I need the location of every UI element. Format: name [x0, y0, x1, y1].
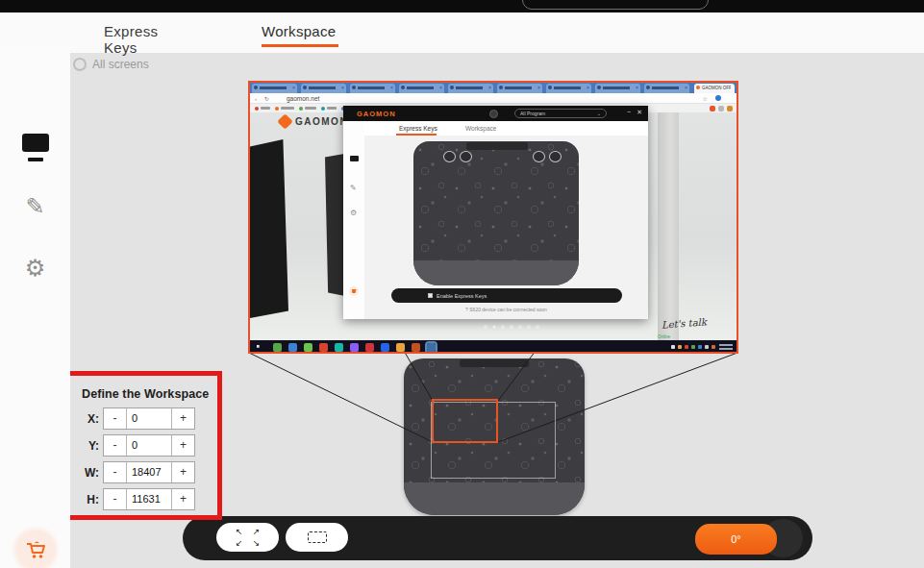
active-tab-underline	[262, 44, 338, 47]
driver-content: Enable Express Keys ? S620 device can be…	[364, 136, 648, 319]
express-key-button	[533, 151, 545, 162]
all-screens-option[interactable]: All screens	[73, 58, 149, 71]
driver-tab-bar: Express Keys Workspace	[364, 121, 648, 136]
h-minus-button[interactable]: -	[104, 489, 127, 509]
gear-icon[interactable]: ⚙	[0, 257, 70, 280]
cart-icon[interactable]	[12, 526, 60, 568]
browser-profile-avatar	[715, 95, 721, 101]
bookmark-star-icon: ☆	[703, 95, 710, 102]
browser-tab: ×	[399, 84, 444, 93]
h-label: H:	[76, 493, 99, 506]
w-label: W:	[76, 466, 99, 480]
driver-sidebar: ✎ ⚙	[343, 121, 364, 319]
bookmarks-right-icons	[710, 106, 733, 111]
driver-cart-icon	[349, 286, 359, 296]
tablet-palm-rest	[413, 260, 579, 285]
w-value-field[interactable]: 18407	[127, 462, 171, 482]
gaomon-web-logo: GAOMON	[279, 115, 348, 128]
driver-pen-icon: ✎	[350, 185, 357, 192]
online-status: Online	[658, 334, 670, 339]
windows-taskbar	[250, 340, 737, 354]
browser-nav-icons: ‹ ↻	[255, 95, 272, 102]
driver-header: GAOMON All Program ⌄ − ✕	[343, 106, 648, 121]
gaomon-driver-app: Express Keys Workspace ✎ ⚙ All screens	[0, 0, 924, 568]
h-row: H: - 11631 +	[76, 488, 195, 510]
start-button-icon	[257, 345, 262, 351]
express-key-button	[460, 151, 472, 162]
device-dropdown-partial[interactable]	[522, 0, 709, 10]
browser-tab: ×	[350, 84, 395, 93]
h-plus-button[interactable]: +	[171, 489, 194, 509]
enable-express-keys-checkbox	[428, 293, 433, 298]
driver-monitor-icon	[350, 156, 359, 161]
tablet-notch	[466, 142, 528, 150]
workspace-selection-rect[interactable]	[432, 399, 498, 443]
driver-close-icon: ✕	[637, 109, 642, 116]
taskbar-clock	[719, 344, 733, 352]
driver-window-preview: GAOMON All Program ⌄ − ✕ Express Keys Wo…	[343, 106, 648, 319]
driver-gear-icon: ⚙	[350, 210, 357, 217]
full-area-button[interactable]: ↖↗ ↙↘	[216, 523, 279, 552]
custom-area-button[interactable]	[286, 523, 348, 552]
enable-express-keys-label: Enable Express Keys	[437, 293, 487, 299]
monitor-icon-stand	[28, 158, 43, 161]
driver-hint-text: ? S620 device can be connected soon	[364, 307, 648, 312]
x-minus-button[interactable]: -	[104, 408, 127, 429]
taskbar-app-icons	[273, 343, 436, 352]
browser-tab-active: GAOMON OFFI...	[694, 84, 735, 93]
y-label: Y:	[76, 439, 99, 453]
marquee-selection-icon	[308, 531, 327, 543]
express-key-button	[549, 151, 562, 162]
driver-tablet-image	[413, 141, 579, 285]
browser-tab-bar: × × × × × × × × × GAOMON OFFI...	[250, 83, 737, 93]
main-tab-bar: Express Keys Workspace	[0, 12, 924, 53]
define-workspace-panel: Define the Workspace X: - 0 + Y: - 0 + W…	[70, 371, 222, 520]
pen-icon[interactable]: ✎	[0, 195, 70, 218]
rotation-label: 0°	[731, 533, 741, 545]
carousel-dots	[484, 325, 539, 329]
browser-tab: ×	[644, 84, 689, 93]
workspace-mapping-area: All screens × × × × × × × × × G	[70, 53, 924, 568]
w-minus-button[interactable]: -	[104, 462, 127, 482]
panel-title: Define the Workspace	[82, 387, 209, 401]
taskbar-tray-icons	[671, 345, 715, 349]
gaomon-logo-icon	[277, 113, 293, 130]
active-tab-label: GAOMON OFFI...	[702, 86, 731, 90]
y-minus-button[interactable]: -	[104, 435, 127, 456]
tab-workspace[interactable]: Workspace	[262, 23, 338, 39]
wallpaper-pillar-light	[658, 112, 679, 340]
chevron-down-icon: ⌄	[597, 110, 601, 117]
y-value-field[interactable]: 0	[127, 435, 171, 456]
tab-express-keys[interactable]: Express Keys	[104, 23, 190, 56]
x-value-field[interactable]: 0	[127, 408, 171, 429]
title-bar	[0, 0, 924, 12]
wallpaper-pillar-dark	[250, 139, 288, 318]
x-plus-button[interactable]: +	[171, 408, 194, 429]
monitor-icon[interactable]	[0, 134, 70, 161]
driver-program-dropdown: All Program ⌄	[514, 109, 607, 118]
screen-preview[interactable]: × × × × × × × × × GAOMON OFFI... ‹ ↻ gao…	[248, 81, 738, 354]
tablet-notch	[460, 359, 529, 367]
driver-tab-express-keys: Express Keys	[399, 125, 437, 132]
h-value-field[interactable]: 11631	[127, 489, 171, 509]
driver-minimize-icon: −	[627, 109, 631, 115]
w-plus-button[interactable]: +	[171, 462, 194, 482]
express-key-button	[443, 151, 456, 162]
rotation-button[interactable]: 0°	[695, 524, 777, 555]
browser-address-bar: ‹ ↻ gaomon.net ☆	[250, 93, 737, 104]
cart-icon-graphic	[23, 537, 48, 562]
driver-tab-workspace: Workspace	[465, 125, 496, 132]
y-plus-button[interactable]: +	[171, 435, 194, 456]
driver-logo: GAOMON	[357, 110, 396, 118]
expand-arrows-icon: ↖↗ ↙↘	[235, 527, 262, 548]
url-text: gaomon.net	[287, 95, 319, 102]
enable-express-keys-bar: Enable Express Keys	[391, 288, 622, 303]
x-row: X: - 0 +	[76, 407, 195, 430]
browser-tab: ×	[497, 84, 542, 93]
tablet-palm-rest	[404, 482, 585, 515]
browser-tab: ×	[448, 84, 493, 93]
x-label: X:	[76, 412, 99, 426]
gaomon-logo-text: GAOMON	[295, 116, 348, 127]
browser-tab: ×	[546, 84, 591, 93]
all-screens-radio[interactable]	[73, 58, 87, 71]
